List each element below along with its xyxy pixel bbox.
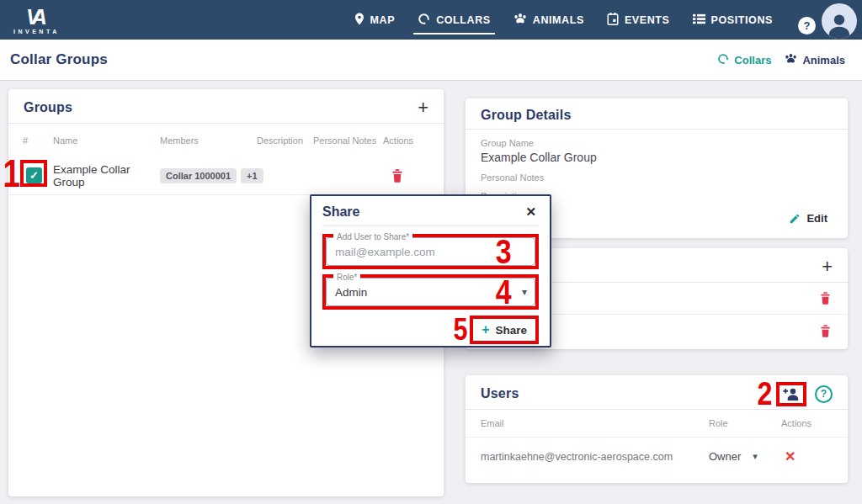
map-pin-icon — [354, 13, 364, 28]
nav-item-label: EVENTS — [625, 14, 670, 26]
collars-link-label: Collars — [734, 54, 771, 66]
page-title: Collar Groups — [10, 51, 108, 68]
chevron-down-icon: ▾ — [522, 286, 527, 298]
nav-item-label: POSITIONS — [711, 14, 773, 26]
logo-monogram: VA — [26, 7, 47, 28]
collar-icon — [717, 53, 729, 67]
member-chips: Collar 1000001 +1 — [160, 168, 257, 183]
share-button-label: Share — [495, 324, 527, 337]
column-members: Members — [160, 135, 257, 146]
member-chip: Collar 1000001 — [160, 168, 237, 183]
users-help-button[interactable]: ? — [815, 385, 833, 403]
delete-group-button[interactable] — [383, 169, 429, 183]
column-number: # — [23, 135, 53, 146]
pencil-icon — [789, 213, 801, 225]
groups-panel-title: Groups — [24, 100, 72, 115]
paw-icon — [785, 53, 797, 66]
annotation-box-4: Role* Admin 4 ▾ — [322, 274, 539, 310]
positions-list-icon — [693, 13, 705, 27]
column-personal-notes: Personal Notes — [313, 135, 383, 146]
animals-link[interactable]: Animals — [785, 53, 845, 66]
column-email: Email — [481, 418, 709, 428]
share-modal: Share ✕ Add User to Share* 3 Role* Admin… — [310, 194, 551, 347]
column-description: Description — [257, 135, 313, 146]
add-user-field: Add User to Share* 3 — [326, 237, 535, 266]
group-row[interactable]: ✓ Example Collar Group Collar 1000001 +1 — [8, 157, 444, 195]
person-icon — [825, 10, 854, 39]
help-button[interactable]: ? — [798, 17, 816, 34]
annotation-box-3: Add User to Share* 3 — [322, 234, 539, 269]
role-field[interactable]: Role* Admin 4 ▾ — [326, 278, 535, 306]
annotation-step-5: 5 — [454, 315, 468, 345]
group-name: Example Collar Group — [53, 163, 160, 188]
users-table-header: Email Role Actions — [466, 410, 848, 437]
user-avatar[interactable] — [822, 3, 857, 39]
inventa-logo[interactable]: VA INVENTA — [13, 7, 60, 34]
users-panel-title: Users — [481, 386, 519, 401]
main-nav: MAP COLLARS ANIMALS EVENTS POSITIONS — [354, 0, 773, 40]
trash-icon — [820, 325, 831, 337]
add-member-button[interactable]: + — [822, 257, 833, 276]
column-name: Name — [53, 135, 160, 146]
group-details-title: Group Details — [481, 108, 572, 123]
collars-link[interactable]: Collars — [717, 53, 771, 67]
nav-item-label: COLLARS — [436, 14, 491, 26]
nav-item-events[interactable]: EVENTS — [607, 0, 670, 40]
share-modal-title: Share — [322, 204, 359, 220]
add-user-field-label: Add User to Share* — [333, 232, 412, 241]
annotation-box-2 — [776, 382, 806, 406]
page-header: Collar Groups Collars Animals — [0, 40, 862, 81]
close-icon[interactable]: ✕ — [523, 204, 539, 220]
collar-icon — [418, 13, 430, 28]
nav-item-positions[interactable]: POSITIONS — [693, 0, 773, 40]
user-row: martinkaehne@vectronic-aerospace.com Own… — [466, 437, 848, 475]
role-field-label: Role* — [333, 273, 360, 282]
annotation-step-1: 1 — [3, 154, 20, 193]
role-selected-value: Admin — [335, 286, 367, 299]
add-user-input[interactable] — [335, 246, 469, 258]
add-group-button[interactable]: + — [418, 98, 428, 117]
users-panel: Users 2 ? Email Role Actions martinkaehn… — [466, 375, 848, 483]
nav-item-map[interactable]: MAP — [354, 0, 396, 40]
animals-link-label: Animals — [802, 54, 845, 66]
trash-icon — [820, 292, 831, 305]
annotation-step-3: 3 — [495, 235, 511, 268]
edit-group-button[interactable]: Edit — [789, 212, 827, 225]
personal-notes-label: Personal Notes — [481, 172, 833, 183]
divider — [466, 129, 848, 130]
annotation-step-4: 4 — [495, 275, 511, 309]
annotation-step-2: 2 — [757, 378, 772, 410]
paw-icon — [513, 13, 527, 27]
delete-member-button[interactable] — [811, 292, 831, 305]
delete-member-button[interactable] — [811, 325, 831, 337]
chevron-down-icon: ▾ — [753, 451, 758, 462]
app-screen: VA INVENTA MAP COLLARS ANIMALS EVENTS — [0, 0, 862, 504]
edit-button-label: Edit — [806, 212, 827, 225]
user-email: martinkaehne@vectronic-aerospace.com — [481, 451, 709, 463]
annotation-box-5: + Share — [470, 316, 539, 344]
plus-icon: + — [482, 322, 489, 337]
group-name-label: Group Name — [481, 138, 833, 148]
nav-item-label: ANIMALS — [533, 14, 584, 26]
member-overflow-chip: +1 — [241, 168, 263, 183]
logo-wordmark: INVENTA — [13, 29, 60, 34]
add-user-button[interactable] — [782, 387, 801, 401]
group-checkbox[interactable]: ✓ — [26, 167, 42, 183]
nav-item-animals[interactable]: ANIMALS — [513, 0, 584, 40]
role-dropdown[interactable]: Owner ▾ — [709, 450, 781, 463]
top-navbar: VA INVENTA MAP COLLARS ANIMALS EVENTS — [0, 0, 862, 40]
view-switcher: Collars Animals — [717, 53, 845, 67]
trash-icon — [391, 169, 403, 183]
nav-item-collars[interactable]: COLLARS — [418, 0, 491, 40]
divider — [322, 225, 539, 226]
groups-table-header: # Name Members Description Personal Note… — [8, 124, 444, 157]
person-plus-icon — [782, 387, 801, 401]
nav-item-label: MAP — [370, 14, 396, 26]
group-name-value: Example Collar Group — [481, 151, 833, 164]
column-actions: Actions — [383, 135, 429, 146]
calendar-icon — [607, 13, 619, 28]
column-role: Role — [709, 418, 781, 428]
role-value: Owner — [709, 450, 741, 463]
share-submit-button[interactable]: + Share — [475, 320, 534, 340]
remove-user-button[interactable]: ✕ — [781, 448, 833, 464]
